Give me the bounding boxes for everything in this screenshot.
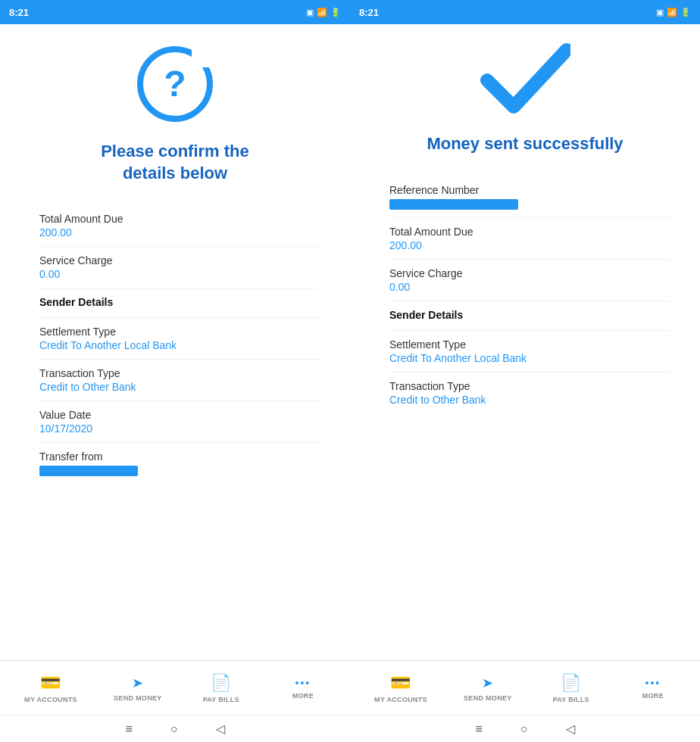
pay-bills-label-right: PAY BILLS — [553, 696, 589, 703]
right-total-amount-row: Total Amount Due 200.00 — [389, 218, 670, 260]
right-sender-details-label: Sender Details — [389, 309, 670, 321]
transaction-type-row: Transaction Type Credit to Other Bank — [39, 360, 320, 401]
value-date-row: Value Date 10/17/2020 — [39, 401, 320, 443]
right-screen-title: Money sent successfully — [427, 133, 623, 155]
question-circle: ? — [137, 46, 213, 122]
right-service-charge-label: Service Charge — [389, 267, 670, 279]
android-menu-btn[interactable]: ≡ — [125, 722, 132, 736]
transfer-from-label: Transfer from — [39, 450, 320, 463]
right-service-charge-value: 0.00 — [389, 281, 670, 293]
pay-bills-icon: 📄 — [211, 673, 231, 693]
nav-send-money-left[interactable]: ➤ SEND MONEY — [114, 675, 162, 702]
checkmark-svg — [480, 42, 570, 118]
left-screen-title: Please confirm thedetails below — [101, 141, 249, 184]
right-settlement-type-label: Settlement Type — [389, 338, 670, 351]
right-transaction-type-row: Transaction Type Credit to Other Bank — [389, 373, 670, 413]
reference-number-bar — [389, 199, 518, 210]
question-icon: ? — [133, 42, 217, 126]
nav-send-money-right[interactable]: ➤ SEND MONEY — [464, 675, 512, 702]
wifi-icon-right: 📶 — [667, 8, 677, 17]
sender-details-label: Sender Details — [39, 296, 320, 308]
status-time-left: 8:21 — [9, 7, 29, 18]
android-home-btn[interactable]: ○ — [170, 722, 178, 736]
transfer-from-row: Transfer from — [39, 443, 320, 484]
nav-more-right[interactable]: ••• MORE — [630, 677, 676, 700]
right-total-amount-value: 200.00 — [389, 239, 670, 251]
wifi-icon: 📶 — [317, 8, 327, 17]
more-label-right: MORE — [642, 692, 664, 700]
value-date-label: Value Date — [39, 409, 320, 421]
send-money-icon-right: ➤ — [482, 675, 493, 691]
right-settlement-type-value: Credit To Another Local Bank — [389, 352, 670, 364]
left-phone-screen: 8:21 ▣ 📶 🔋 ? Please confirm thedetails b… — [0, 0, 350, 742]
nav-my-accounts-right[interactable]: 💳 MY ACCOUNTS — [374, 673, 427, 703]
transaction-type-value: Credit to Other Bank — [39, 381, 320, 393]
right-transaction-type-value: Credit to Other Bank — [389, 394, 670, 406]
android-back-btn[interactable]: ◁ — [216, 722, 225, 736]
nav-my-accounts-left[interactable]: 💳 MY ACCOUNTS — [24, 673, 77, 703]
my-accounts-icon: 💳 — [40, 673, 61, 693]
signal-icon: ▣ — [306, 8, 314, 17]
right-settlement-type-row: Settlement Type Credit To Another Local … — [389, 331, 670, 373]
pay-bills-label: PAY BILLS — [203, 696, 239, 703]
my-accounts-label: MY ACCOUNTS — [24, 696, 77, 703]
android-menu-btn-right[interactable]: ≡ — [475, 722, 482, 736]
status-time-right: 8:21 — [359, 7, 379, 18]
reference-number-row: Reference Number — [389, 176, 670, 218]
nav-more-left[interactable]: ••• MORE — [280, 677, 326, 700]
left-content-area: ? Please confirm thedetails below Total … — [0, 24, 350, 660]
status-icons-left: ▣ 📶 🔋 — [306, 8, 341, 17]
question-mark: ? — [164, 66, 186, 102]
reference-number-label: Reference Number — [389, 184, 670, 196]
battery-icon-right: 🔋 — [680, 8, 691, 17]
value-date-value: 10/17/2020 — [39, 422, 320, 435]
more-label: MORE — [292, 692, 314, 700]
send-money-label: SEND MONEY — [114, 694, 162, 702]
transfer-from-bar — [39, 466, 138, 476]
status-bar-right: 8:21 ▣ 📶 🔋 — [350, 0, 700, 24]
total-amount-row: Total Amount Due 200.00 — [39, 205, 320, 247]
status-bar-left: 8:21 ▣ 📶 🔋 — [0, 0, 350, 24]
left-details-container: Total Amount Due 200.00 Service Charge 0… — [30, 205, 320, 484]
right-total-amount-label: Total Amount Due — [389, 226, 670, 238]
battery-icon: 🔋 — [330, 8, 341, 17]
settlement-type-row: Settlement Type Credit To Another Local … — [39, 318, 320, 360]
right-service-charge-row: Service Charge 0.00 — [389, 260, 670, 301]
my-accounts-icon-right: 💳 — [390, 673, 411, 693]
service-charge-value: 0.00 — [39, 268, 320, 280]
sender-details-row: Sender Details — [39, 288, 320, 318]
send-money-icon: ➤ — [132, 675, 143, 691]
right-sender-details-row: Sender Details — [389, 301, 670, 331]
total-amount-value: 200.00 — [39, 226, 320, 238]
transaction-type-label: Transaction Type — [39, 367, 320, 379]
pay-bills-icon-right: 📄 — [561, 673, 581, 693]
right-content-area: Money sent successfully Reference Number… — [350, 24, 700, 660]
nav-pay-bills-left[interactable]: 📄 PAY BILLS — [198, 673, 244, 703]
right-transaction-type-label: Transaction Type — [389, 380, 670, 392]
check-icon — [480, 42, 570, 118]
my-accounts-label-right: MY ACCOUNTS — [374, 696, 427, 703]
android-home-btn-right[interactable]: ○ — [520, 722, 528, 736]
left-android-nav: ≡ ○ ◁ — [0, 715, 350, 742]
right-phone-screen: 8:21 ▣ 📶 🔋 Money sent successfully Refer… — [350, 0, 700, 742]
left-bottom-nav: 💳 MY ACCOUNTS ➤ SEND MONEY 📄 PAY BILLS •… — [0, 660, 350, 715]
right-bottom-nav: 💳 MY ACCOUNTS ➤ SEND MONEY 📄 PAY BILLS •… — [350, 660, 700, 715]
settlement-type-value: Credit To Another Local Bank — [39, 339, 320, 351]
service-charge-label: Service Charge — [39, 254, 320, 267]
right-details-container: Reference Number Total Amount Due 200.00… — [380, 176, 670, 413]
total-amount-label: Total Amount Due — [39, 213, 320, 225]
service-charge-row: Service Charge 0.00 — [39, 247, 320, 288]
android-back-btn-right[interactable]: ◁ — [566, 722, 575, 736]
more-icon-right: ••• — [645, 677, 661, 689]
settlement-type-label: Settlement Type — [39, 326, 320, 338]
more-icon: ••• — [295, 677, 311, 689]
nav-pay-bills-right[interactable]: 📄 PAY BILLS — [548, 673, 594, 703]
send-money-label-right: SEND MONEY — [464, 694, 512, 702]
right-android-nav: ≡ ○ ◁ — [350, 715, 700, 742]
status-icons-right: ▣ 📶 🔋 — [656, 8, 691, 17]
signal-icon-right: ▣ — [656, 8, 664, 17]
